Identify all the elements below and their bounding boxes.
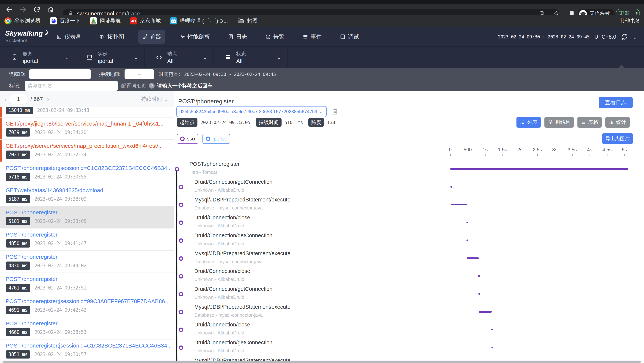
- help-icon[interactable]: ?: [149, 83, 154, 89]
- trace-id-dropdown[interactable]: 02f4c5b824354bc0980afa3a6d7f30c7.30658.1…: [176, 106, 327, 117]
- back-icon[interactable]: [6, 6, 13, 13]
- trace-list-item[interactable]: POST:/phoneregister;jsessionid=C1C82BCE2…: [0, 339, 174, 362]
- sort-selector[interactable]: 持续时间 ⌄: [141, 96, 168, 103]
- view-mode-stats[interactable]: 统计: [606, 117, 630, 128]
- bookmark-item[interactable]: 超图: [237, 17, 258, 25]
- trace-list-item[interactable]: POST:/phoneregister4830 ms2023-02-24 09:…: [0, 251, 174, 273]
- span-row[interactable]: Druid/Connection/closeUnknown - AlibabaD…: [174, 214, 644, 232]
- span-row[interactable]: POST:/phoneregisterHttp - Tomcat: [174, 161, 644, 179]
- trace-list-item[interactable]: POST:/phoneregister;jsessionid=99C3A0EFF…: [0, 295, 174, 317]
- trace-id-input[interactable]: [29, 69, 91, 79]
- span-row[interactable]: Druid/Connection/getConnectionUnknown - …: [174, 232, 644, 250]
- trace-list-item[interactable]: POST:/phoneregister4850 ms2023-02-24 09:…: [0, 228, 174, 251]
- trace-item-title[interactable]: POST:/phoneregister: [6, 231, 170, 238]
- trace-item-title[interactable]: POST:/phoneregister: [6, 209, 170, 216]
- nav-item-profile[interactable]: 性能剖析: [176, 30, 214, 44]
- trace-item-title[interactable]: GET:/proxy/iserver/services/map_precipit…: [6, 142, 170, 149]
- trace-item-title[interactable]: GET:/web/datas/1436984825/download: [6, 187, 170, 194]
- trace-list-item[interactable]: GET:/web/datas/1436984825/download5187 m…: [0, 184, 174, 206]
- trace-list-item[interactable]: GET:/proxy/iserver/services/map_precipit…: [0, 140, 174, 162]
- trace-list-item[interactable]: GET:/proxy/jiegrb8b/iserver/services/map…: [0, 118, 174, 140]
- nav-item-trace[interactable]: 追踪: [138, 30, 165, 44]
- nav-item-debug[interactable]: 调试: [336, 30, 363, 44]
- span-node-icon[interactable]: [179, 274, 183, 278]
- span-title[interactable]: Druid/Connection/getConnection: [194, 179, 272, 185]
- time-chevron-down-icon[interactable]: ⌄: [633, 34, 637, 40]
- span-row[interactable]: Druid/Connection/closeUnknown - AlibabaD…: [174, 268, 644, 286]
- span-node-icon[interactable]: [179, 345, 183, 350]
- filter-select-instance[interactable]: 实例iportal⌄: [75, 47, 144, 68]
- refresh-icon[interactable]: [33, 6, 41, 13]
- nav-item-event[interactable]: 事件: [299, 30, 326, 44]
- trace-item-title[interactable]: POST:/phoneregister: [6, 275, 170, 283]
- span-node-icon[interactable]: [175, 167, 179, 171]
- span-node-icon[interactable]: [179, 310, 183, 314]
- export-image-button[interactable]: 导出为图片: [602, 133, 633, 144]
- span-row[interactable]: Mysql/JDBI/PreparedStatement/executeData…: [174, 303, 644, 321]
- trace-list-item[interactable]: POST:/phoneregister5101 ms2023-02-24 09:…: [0, 206, 174, 228]
- bookmark-item[interactable]: 谷歌浏览器: [4, 17, 40, 25]
- span-node-icon[interactable]: [179, 292, 183, 296]
- span-row[interactable]: Mysql/JDBI/PreparedStatement/executeData…: [174, 250, 644, 268]
- tag-input[interactable]: [24, 81, 118, 91]
- trace-item-title[interactable]: POST:/phoneregister;jsessionid=C1C82BCE2…: [6, 342, 170, 349]
- trace-item-title[interactable]: POST:/phoneregister;jsessionid=99C3A0EFF…: [6, 298, 170, 305]
- header-time-range[interactable]: 2023-02-24 09:30 ~ 2023-02-24 09:45: [498, 34, 590, 40]
- home-icon[interactable]: [47, 6, 54, 13]
- span-title[interactable]: Mysql/JDBI/PreparedStatement/execute: [194, 197, 290, 203]
- filter-select-endpoint[interactable]: 端点All⌄: [144, 47, 214, 68]
- span-row[interactable]: Druid/Connection/getConnectionUnknown - …: [174, 339, 644, 357]
- span-title[interactable]: Druid/Connection/getConnection: [194, 232, 272, 239]
- duration-input[interactable]: [124, 69, 154, 79]
- span-row[interactable]: Druid/Connection/closeUnknown - AlibabaD…: [174, 321, 644, 339]
- span-title[interactable]: Druid/Connection/close: [194, 268, 250, 274]
- trace-item-title[interactable]: GET:/proxy/jiegrb8b/iserver/services/map…: [6, 120, 170, 127]
- span-title[interactable]: Druid/Connection/getConnection: [194, 286, 272, 292]
- nav-item-log[interactable]: 日志: [224, 30, 251, 44]
- bookmark-item[interactable]: 哔哩哔哩 (゜-゜)つ...: [170, 17, 228, 25]
- bookmark-item[interactable]: 百度一下: [50, 17, 80, 25]
- view-mode-list[interactable]: 列表: [516, 117, 541, 128]
- span-node-icon[interactable]: [179, 203, 183, 207]
- other-bookmarks[interactable]: 其他书签: [611, 15, 641, 27]
- nav-item-topology[interactable]: 拓扑图: [96, 30, 128, 44]
- view-logs-button[interactable]: 查看日志: [599, 97, 633, 108]
- prev-page-icon[interactable]: ‹: [4, 96, 6, 103]
- view-mode-table[interactable]: 表格: [578, 117, 602, 128]
- trace-list-item[interactable]: POST:/phoneregister;jsessionid=C1C82BCE2…: [0, 162, 174, 184]
- span-node-icon[interactable]: [179, 256, 183, 261]
- next-page-icon[interactable]: ›: [47, 96, 49, 103]
- span-title[interactable]: Mysql/JDBI/PreparedStatement/execute: [194, 304, 290, 310]
- reload-icon[interactable]: [621, 33, 628, 40]
- forward-icon[interactable]: [20, 6, 27, 13]
- trace-list-item[interactable]: POST:/phoneregister4761 ms2023-02-24 09:…: [0, 273, 174, 295]
- service-chip-sso[interactable]: sso: [177, 134, 198, 144]
- view-mode-tree[interactable]: 树结构: [544, 117, 574, 128]
- service-chip-iportal[interactable]: iportal: [202, 134, 230, 144]
- span-node-icon[interactable]: [179, 220, 183, 225]
- span-title[interactable]: Druid/Connection/close: [194, 321, 250, 328]
- trace-item-title[interactable]: POST:/phoneregister: [6, 320, 170, 327]
- span-title[interactable]: Druid/Connection/close: [194, 214, 250, 221]
- nav-item-alarm[interactable]: 告警: [262, 30, 288, 44]
- span-node-icon[interactable]: [179, 327, 183, 332]
- span-row[interactable]: Druid/Connection/getConnectionUnknown - …: [174, 179, 644, 196]
- span-node-icon[interactable]: [179, 238, 183, 243]
- span-row[interactable]: Druid/Connection/getConnectionUnknown - …: [174, 286, 644, 303]
- span-title[interactable]: Mysql/JDBI/PreparedStatement/execute: [194, 250, 290, 256]
- bookmark-item[interactable]: 网址导航: [90, 17, 121, 25]
- trace-item-title[interactable]: POST:/phoneregister: [6, 253, 170, 260]
- copy-icon[interactable]: [331, 108, 338, 115]
- bookmark-item[interactable]: JD京东商城: [130, 17, 161, 25]
- nav-item-dashboard[interactable]: 仪表盘: [52, 30, 85, 44]
- horizontal-scrollbar[interactable]: [2, 360, 641, 363]
- config-vocab-link[interactable]: 配置词汇页: [121, 83, 146, 89]
- span-title[interactable]: POST:/phoneregister: [190, 161, 240, 167]
- filter-select-service[interactable]: 服务iportal⌄: [0, 47, 75, 68]
- filter-select-status[interactable]: 状态All⌄: [214, 47, 288, 68]
- page-input[interactable]: [10, 94, 27, 104]
- span-node-icon[interactable]: [179, 185, 183, 189]
- trace-list-item[interactable]: POST:/phoneregister4660 ms2023-02-24 09:…: [0, 317, 174, 339]
- span-title[interactable]: Druid/Connection/getConnection: [194, 339, 272, 346]
- span-row[interactable]: Mysql/JDBI/PreparedStatement/executeData…: [174, 196, 644, 214]
